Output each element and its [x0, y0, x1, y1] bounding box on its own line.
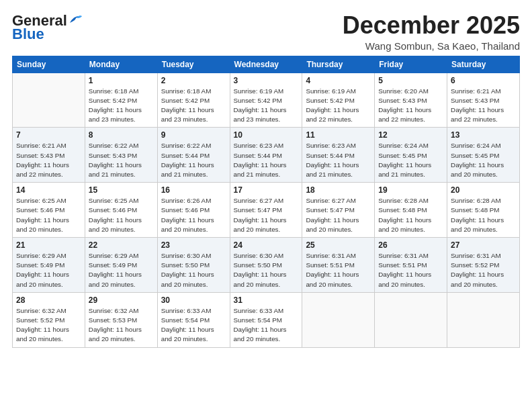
day-number: 2: [161, 76, 226, 85]
day-info: Sunrise: 6:22 AMSunset: 5:43 PMDaylight:…: [89, 141, 154, 179]
table-row: 17Sunrise: 6:27 AMSunset: 5:47 PMDayligh…: [230, 183, 302, 238]
day-number: 22: [89, 240, 154, 250]
day-info: Sunrise: 6:28 AMSunset: 5:48 PMDaylight:…: [378, 196, 443, 234]
col-thursday: Thursday: [302, 56, 375, 73]
table-row: [447, 292, 520, 347]
day-number: 9: [161, 130, 226, 140]
day-info: Sunrise: 6:29 AMSunset: 5:49 PMDaylight:…: [89, 251, 154, 289]
table-row: 14Sunrise: 6:25 AMSunset: 5:46 PMDayligh…: [13, 183, 85, 238]
day-info: Sunrise: 6:29 AMSunset: 5:49 PMDaylight:…: [16, 251, 81, 289]
day-info: Sunrise: 6:27 AMSunset: 5:47 PMDaylight:…: [234, 196, 299, 234]
day-info: Sunrise: 6:21 AMSunset: 5:43 PMDaylight:…: [451, 87, 516, 125]
calendar-table: Sunday Monday Tuesday Wednesday Thursday…: [12, 56, 520, 348]
day-info: Sunrise: 6:18 AMSunset: 5:42 PMDaylight:…: [89, 87, 154, 125]
day-number: 25: [306, 240, 371, 250]
table-row: 10Sunrise: 6:23 AMSunset: 5:44 PMDayligh…: [230, 128, 302, 183]
table-row: 16Sunrise: 6:26 AMSunset: 5:46 PMDayligh…: [157, 183, 230, 238]
day-info: Sunrise: 6:18 AMSunset: 5:42 PMDaylight:…: [161, 87, 226, 125]
table-row: 11Sunrise: 6:23 AMSunset: 5:44 PMDayligh…: [302, 128, 375, 183]
day-number: 27: [451, 240, 516, 250]
day-number: 24: [234, 240, 299, 250]
day-info: Sunrise: 6:32 AMSunset: 5:53 PMDaylight:…: [89, 306, 154, 345]
logo-bird-icon: [69, 13, 83, 26]
page: General Blue December 2025 Wang Sombun, …: [0, 0, 532, 411]
table-row: 12Sunrise: 6:24 AMSunset: 5:45 PMDayligh…: [375, 128, 447, 183]
day-info: Sunrise: 6:22 AMSunset: 5:44 PMDaylight:…: [161, 141, 226, 179]
month-title: December 2025: [343, 12, 520, 39]
table-row: 29Sunrise: 6:32 AMSunset: 5:53 PMDayligh…: [85, 292, 157, 347]
day-number: 29: [89, 295, 154, 305]
col-monday: Monday: [85, 56, 157, 73]
day-info: Sunrise: 6:31 AMSunset: 5:52 PMDaylight:…: [451, 251, 516, 289]
day-info: Sunrise: 6:31 AMSunset: 5:51 PMDaylight:…: [378, 251, 443, 289]
table-row: 19Sunrise: 6:28 AMSunset: 5:48 PMDayligh…: [375, 183, 447, 238]
day-info: Sunrise: 6:25 AMSunset: 5:46 PMDaylight:…: [89, 196, 154, 234]
table-row: [375, 292, 447, 347]
day-number: 28: [16, 295, 81, 305]
table-row: 5Sunrise: 6:20 AMSunset: 5:43 PMDaylight…: [375, 73, 447, 128]
calendar-week-row: 1Sunrise: 6:18 AMSunset: 5:42 PMDaylight…: [13, 73, 520, 128]
day-info: Sunrise: 6:24 AMSunset: 5:45 PMDaylight:…: [378, 141, 443, 179]
table-row: 30Sunrise: 6:33 AMSunset: 5:54 PMDayligh…: [157, 292, 230, 347]
day-number: 30: [161, 295, 226, 305]
table-row: 28Sunrise: 6:32 AMSunset: 5:52 PMDayligh…: [13, 292, 85, 347]
col-tuesday: Tuesday: [157, 56, 230, 73]
table-row: 7Sunrise: 6:21 AMSunset: 5:43 PMDaylight…: [13, 128, 85, 183]
day-info: Sunrise: 6:33 AMSunset: 5:54 PMDaylight:…: [161, 306, 226, 345]
table-row: 18Sunrise: 6:27 AMSunset: 5:47 PMDayligh…: [302, 183, 375, 238]
table-row: 27Sunrise: 6:31 AMSunset: 5:52 PMDayligh…: [447, 238, 520, 293]
day-info: Sunrise: 6:19 AMSunset: 5:42 PMDaylight:…: [306, 87, 371, 125]
day-number: 1: [89, 76, 154, 85]
day-number: 21: [16, 240, 81, 250]
day-number: 11: [306, 130, 371, 140]
day-number: 12: [378, 130, 443, 140]
day-number: 7: [16, 130, 81, 140]
day-number: 31: [234, 295, 299, 305]
calendar-week-row: 14Sunrise: 6:25 AMSunset: 5:46 PMDayligh…: [13, 183, 520, 238]
col-sunday: Sunday: [13, 56, 85, 73]
table-row: 13Sunrise: 6:24 AMSunset: 5:45 PMDayligh…: [447, 128, 520, 183]
day-info: Sunrise: 6:24 AMSunset: 5:45 PMDaylight:…: [451, 141, 516, 179]
day-info: Sunrise: 6:23 AMSunset: 5:44 PMDaylight:…: [234, 141, 299, 179]
day-number: 18: [306, 185, 371, 195]
table-row: 21Sunrise: 6:29 AMSunset: 5:49 PMDayligh…: [13, 238, 85, 293]
table-row: 31Sunrise: 6:33 AMSunset: 5:54 PMDayligh…: [230, 292, 302, 347]
day-number: 26: [378, 240, 443, 250]
day-number: 8: [89, 130, 154, 140]
day-number: 17: [234, 185, 299, 195]
table-row: 6Sunrise: 6:21 AMSunset: 5:43 PMDaylight…: [447, 73, 520, 128]
day-info: Sunrise: 6:32 AMSunset: 5:52 PMDaylight:…: [16, 306, 81, 345]
day-number: 6: [451, 76, 516, 85]
day-number: 23: [161, 240, 226, 250]
day-number: 4: [306, 76, 371, 85]
day-info: Sunrise: 6:28 AMSunset: 5:48 PMDaylight:…: [451, 196, 516, 234]
day-info: Sunrise: 6:31 AMSunset: 5:51 PMDaylight:…: [306, 251, 371, 289]
day-info: Sunrise: 6:21 AMSunset: 5:43 PMDaylight:…: [16, 141, 81, 179]
day-number: 20: [451, 185, 516, 195]
table-row: 3Sunrise: 6:19 AMSunset: 5:42 PMDaylight…: [230, 73, 302, 128]
day-info: Sunrise: 6:33 AMSunset: 5:54 PMDaylight:…: [234, 306, 299, 345]
location-title: Wang Sombun, Sa Kaeo, Thailand: [343, 40, 520, 52]
table-row: [302, 292, 375, 347]
title-area: December 2025 Wang Sombun, Sa Kaeo, Thai…: [343, 12, 520, 52]
day-number: 3: [234, 76, 299, 85]
day-info: Sunrise: 6:23 AMSunset: 5:44 PMDaylight:…: [306, 141, 371, 179]
day-info: Sunrise: 6:27 AMSunset: 5:47 PMDaylight:…: [306, 196, 371, 234]
calendar-week-row: 7Sunrise: 6:21 AMSunset: 5:43 PMDaylight…: [13, 128, 520, 183]
table-row: 24Sunrise: 6:30 AMSunset: 5:50 PMDayligh…: [230, 238, 302, 293]
day-info: Sunrise: 6:19 AMSunset: 5:42 PMDaylight:…: [234, 87, 299, 125]
col-wednesday: Wednesday: [230, 56, 302, 73]
col-saturday: Saturday: [447, 56, 520, 73]
day-info: Sunrise: 6:30 AMSunset: 5:50 PMDaylight:…: [161, 251, 226, 289]
day-number: 15: [89, 185, 154, 195]
header: General Blue December 2025 Wang Sombun, …: [12, 12, 520, 52]
calendar-week-row: 28Sunrise: 6:32 AMSunset: 5:52 PMDayligh…: [13, 292, 520, 347]
col-friday: Friday: [375, 56, 447, 73]
table-row: 22Sunrise: 6:29 AMSunset: 5:49 PMDayligh…: [85, 238, 157, 293]
calendar-header-row: Sunday Monday Tuesday Wednesday Thursday…: [13, 56, 520, 73]
day-number: 5: [378, 76, 443, 85]
day-info: Sunrise: 6:26 AMSunset: 5:46 PMDaylight:…: [161, 196, 226, 234]
day-number: 16: [161, 185, 226, 195]
table-row: 1Sunrise: 6:18 AMSunset: 5:42 PMDaylight…: [85, 73, 157, 128]
calendar-week-row: 21Sunrise: 6:29 AMSunset: 5:49 PMDayligh…: [13, 238, 520, 293]
